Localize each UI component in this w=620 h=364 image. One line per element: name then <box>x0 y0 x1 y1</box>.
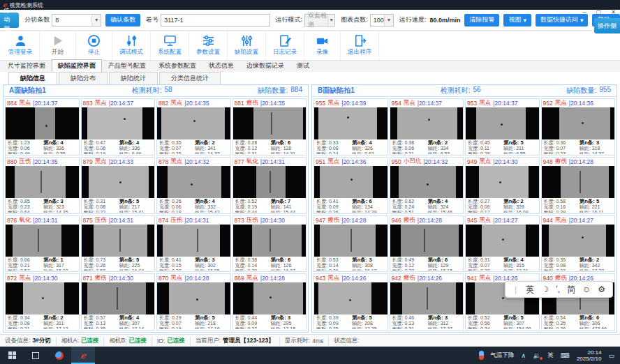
taskbar-app-inspection[interactable]: ℯ <box>71 347 95 364</box>
defect-cell[interactable]: 875 压伤 |20:14:31 长度: 0.73 宽度: 0.26 面积: 0… <box>81 215 156 273</box>
defect-image[interactable] <box>466 107 539 139</box>
taskbar-clock[interactable]: 20:14 2025/2/10 <box>577 349 602 362</box>
defect-image[interactable] <box>82 225 155 257</box>
tab-defect-monitor[interactable]: 缺陷监控界面 <box>52 59 102 72</box>
subtab-defect-info[interactable]: 缺陷信息 <box>8 72 57 84</box>
defect-cell[interactable]: 873 压伤 |20:14:30 长度: 0.38 宽度: 0.14 面积: 0… <box>232 215 307 273</box>
defect-cell[interactable]: 949 黑点 |20:14:30 长度: 0.27 宽度: 0.06 面积: 0… <box>465 157 540 214</box>
defect-image[interactable] <box>233 107 307 139</box>
defect-image[interactable] <box>466 166 539 198</box>
defect-image[interactable] <box>157 166 230 198</box>
stop-button[interactable]: 停止 <box>76 31 112 60</box>
parameter-settings-button[interactable]: 参数设置 <box>189 31 228 60</box>
tab-product-model-config[interactable]: 产品型号配置 <box>102 59 152 72</box>
defect-image[interactable] <box>6 225 79 257</box>
view-menu-button[interactable]: 视图▾ <box>503 14 531 26</box>
defect-image[interactable] <box>157 107 230 139</box>
input-language-indicator[interactable]: 英 <box>547 351 554 360</box>
subtab-classification-statistics[interactable]: 分类信息统计 <box>159 72 221 84</box>
tab-size-monitor[interactable]: 尺寸监控界面 <box>1 59 52 72</box>
defect-image[interactable] <box>542 107 615 139</box>
defect-cell[interactable]: 950 小凹坑 |20:14:32 长度: 0.62 宽度: 0.24 面积: … <box>390 157 464 214</box>
defect-image[interactable] <box>6 282 79 314</box>
defect-cell[interactable]: 947 擦伤 |20:14:28 长度: 0.53 宽度: 0.14 面积: 0… <box>313 215 388 273</box>
minimize-button[interactable]: ─ <box>582 9 586 15</box>
defect-image[interactable] <box>82 107 155 139</box>
tab-edge-data-record[interactable]: 边缘数据记录 <box>240 59 290 72</box>
defect-cell[interactable]: 948 擦伤 |20:14:28 长度: 0.58 宽度: 0.16 面积: 0… <box>541 157 616 214</box>
ime-simplified-toggle[interactable]: 简 <box>567 284 575 296</box>
defect-cell[interactable]: 877 氧化 |20:14:31 长度: 0.52 宽度: 0.19 面积: 0… <box>232 157 307 214</box>
ime-toolbar[interactable]: ❘ 英 ☽ ’, 简 ☺ ⚙ <box>505 281 613 298</box>
volume-icon[interactable]: 🔉 <box>533 352 540 359</box>
defect-settings-button[interactable]: 缺陷设置 <box>228 31 266 60</box>
defect-image[interactable] <box>314 107 388 139</box>
defect-image[interactable] <box>157 225 230 257</box>
start-button[interactable]: 开始 <box>40 31 76 60</box>
emoji-icon[interactable]: ☺ <box>582 285 591 294</box>
drive-side-button[interactable]: 传动侧 <box>0 13 19 28</box>
run-mode-select[interactable]: 双面检测 ▼ <box>304 14 335 26</box>
tab-system-param-config[interactable]: 系统参数配置 <box>152 59 202 72</box>
defect-cell[interactable]: 946 擦伤 |20:14:28 长度: 0.49 宽度: 0.12 面积: 0… <box>390 215 464 273</box>
subtab-defect-statistics[interactable]: 缺陷统计 <box>109 72 158 84</box>
operator-side-button[interactable]: 操作侧 <box>594 18 620 33</box>
defect-cell[interactable]: 884 黑点 |20:14:37 长度: 1.23 宽度: 0.06 面积: 0… <box>5 98 80 156</box>
defect-cell[interactable]: 955 黑点 |20:14:39 长度: 0.33 宽度: 0.08 面积: 0… <box>313 98 388 156</box>
admin-login-button[interactable]: 管理登录 <box>1 31 40 60</box>
ime-lang-toggle[interactable]: 英 <box>526 284 534 296</box>
defect-image[interactable] <box>314 166 388 198</box>
task-view-button[interactable] <box>24 347 47 364</box>
weather-text[interactable]: 气温下降 <box>491 351 515 360</box>
log-record-button[interactable]: 日志记录 <box>266 31 304 60</box>
defect-cell[interactable]: 952 黑点 |20:14:36 长度: 0.36 宽度: 0.07 面积: 0… <box>541 98 616 156</box>
chart-points-select[interactable]: 100 ▼ <box>370 14 394 26</box>
defect-cell[interactable]: 880 压伤 |20:14:35 长度: 0.85 宽度: 0.23 面积: 0… <box>5 157 80 214</box>
defect-cell[interactable]: 871 擦伤 |20:14:30 长度: 0.57 宽度: 0.13 面积: 0… <box>81 273 156 331</box>
confirm-count-button[interactable]: 确认条数 <box>105 14 140 26</box>
roll-number-input[interactable] <box>161 14 270 26</box>
thermometer-icon[interactable] <box>479 351 484 360</box>
record-video-button[interactable]: 录像 <box>304 31 341 60</box>
clear-alarm-button[interactable]: 清除报警 <box>464 14 499 26</box>
defect-cell[interactable]: 872 黑点 |20:14:30 长度: 0.34 宽度: 0.08 面积: 0… <box>5 273 80 331</box>
defect-cell[interactable]: 943 黑点 |20:14:26 长度: 0.39 宽度: 0.09 面积: 0… <box>313 273 388 331</box>
gear-icon[interactable]: ⚙ <box>598 285 605 294</box>
tray-expand-icon[interactable]: ∧ <box>522 352 526 359</box>
defect-image[interactable] <box>6 166 79 198</box>
defect-cell[interactable]: 954 黑点 |20:14:37 长度: 0.38 宽度: 0.06 面积: 0… <box>390 98 464 156</box>
keyboard-icon[interactable]: ⌨ <box>561 352 570 359</box>
defect-cell[interactable]: 870 黑点 |20:14:28 长度: 0.29 宽度: 0.07 面积: 0… <box>156 273 231 331</box>
defect-cell[interactable]: 874 压伤 |20:14:31 长度: 0.41 宽度: 0.15 面积: 0… <box>156 215 231 273</box>
defect-image[interactable] <box>314 282 388 314</box>
close-button[interactable]: ✕ <box>611 9 616 15</box>
ime-drag-handle[interactable]: ❘ <box>512 285 519 294</box>
notification-center-icon[interactable]: ▭ <box>608 352 614 359</box>
slit-count-select[interactable]: 8 ▼ <box>52 14 101 26</box>
maximize-button[interactable]: ▢ <box>596 9 602 15</box>
defect-image[interactable] <box>82 166 155 198</box>
defect-image[interactable] <box>233 166 307 198</box>
defect-image[interactable] <box>6 107 79 139</box>
data-quick-access-menu-button[interactable]: 数据快捷访问▾ <box>536 14 589 26</box>
ime-punctuation-toggle[interactable]: ’, <box>556 285 560 294</box>
exit-program-button[interactable]: 退出程序 <box>341 31 379 60</box>
defect-cell[interactable]: 881 擦伤 |20:14:35 长度: 0.28 宽度: 0.12 面积: 0… <box>232 98 307 156</box>
defect-cell[interactable]: 883 黑点 |20:14:37 长度: 0.47 宽度: 0.06 面积: 0… <box>81 98 156 156</box>
defect-cell[interactable]: 944 黑点 |20:14:27 长度: 0.35 宽度: 0.08 面积: 0… <box>541 215 616 273</box>
defect-cell[interactable]: 942 擦伤 |20:14:26 长度: 0.46 宽度: 0.13 面积: 0… <box>390 273 464 331</box>
defect-image[interactable] <box>82 282 155 314</box>
defect-cell[interactable]: 953 黑点 |20:14:37 长度: 0.45 宽度: 0.11 面积: 0… <box>465 98 540 156</box>
defect-cell[interactable]: 945 黑点 |20:14:27 长度: 0.31 宽度: 0.07 面积: 0… <box>465 215 540 273</box>
defect-image[interactable] <box>157 282 230 314</box>
taskbar-app-browser[interactable] <box>47 347 71 364</box>
defect-cell[interactable]: 878 黑点 |20:14:32 长度: 0.26 宽度: 0.06 面积: 0… <box>156 157 231 214</box>
defect-image[interactable] <box>314 225 388 257</box>
start-button[interactable] <box>0 347 24 364</box>
defect-image[interactable] <box>390 166 464 198</box>
tab-status-info[interactable]: 状态信息 <box>202 59 240 72</box>
system-config-button[interactable]: 系统配置 <box>151 31 189 60</box>
debug-mode-button[interactable]: 调试模式 <box>112 31 151 60</box>
defect-image[interactable] <box>542 225 615 257</box>
defect-cell[interactable]: 951 黑点 |20:14:36 长度: 0.41 宽度: 0.09 面积: 0… <box>313 157 388 214</box>
